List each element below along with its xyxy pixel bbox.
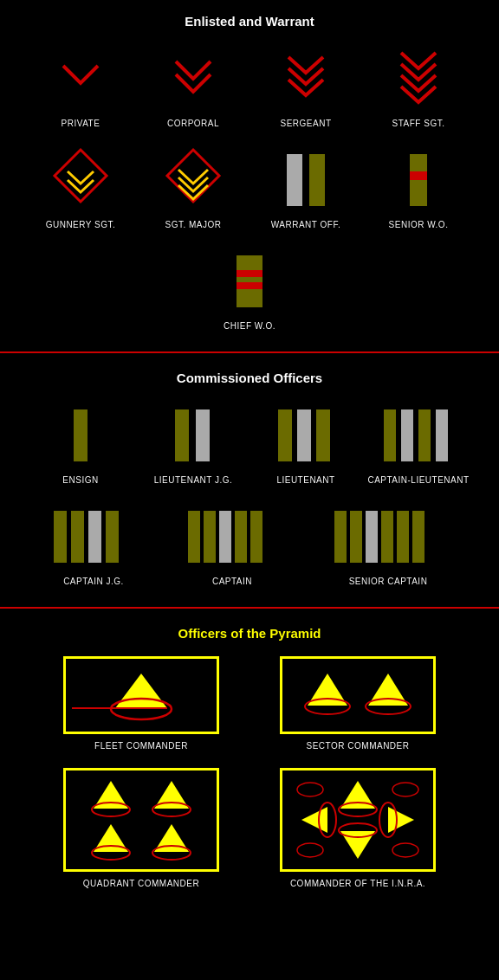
svg-rect-23 <box>188 511 200 563</box>
pyramid-label-inra: COMMANDER OF THE I.N.R.A. <box>290 879 425 888</box>
rank-label-warrant-off: WARRANT OFF. <box>271 220 340 229</box>
svg-rect-15 <box>384 409 396 461</box>
rank-sergeant: SERGEANT <box>250 44 362 128</box>
svg-rect-13 <box>297 409 311 461</box>
rank-icon-staff-sgt <box>384 44 453 113</box>
rank-label-senior-wo: SENIOR W.O. <box>389 220 449 229</box>
svg-rect-30 <box>366 511 378 563</box>
commissioned-grid: ENSIGN LIEUTENANT J.G. LIEUTENANT <box>0 401 499 595</box>
rank-icon-senior-captain <box>332 502 444 571</box>
rank-icon-ensign <box>46 401 115 470</box>
pyramid-title: Officers of the Pyramid <box>0 626 499 641</box>
pyramid-grid: FLEET COMMANDER SECTOR COMMANDER <box>0 656 499 888</box>
svg-rect-3 <box>309 154 325 206</box>
pyramid-sector-commander: SECTOR COMMANDER <box>262 656 453 751</box>
svg-marker-53 <box>301 807 327 833</box>
rank-icon-private <box>46 44 115 113</box>
rank-warrant-off: WARRANT OFF. <box>250 145 362 229</box>
rank-icon-corporal <box>159 44 228 113</box>
rank-label-sergeant: SERGEANT <box>280 119 331 128</box>
rank-label-captain: CAPTAIN <box>212 577 252 586</box>
rank-senior-wo: SENIOR W.O. <box>362 145 475 229</box>
svg-rect-7 <box>237 270 262 277</box>
svg-marker-1 <box>167 150 219 202</box>
pyramid-quadrant-commander: QUADRANT COMMANDER <box>46 768 237 888</box>
svg-rect-26 <box>235 511 247 563</box>
rank-icon-chief-wo <box>215 247 284 316</box>
rank-icon-captain-lieutenant <box>384 401 453 470</box>
svg-rect-2 <box>287 154 302 206</box>
rank-label-gunnery-sgt: GUNNERY SGT. <box>46 220 116 229</box>
rank-icon-senior-wo <box>384 145 453 215</box>
enlisted-title: Enlisted and Warrant <box>0 14 499 29</box>
svg-rect-22 <box>106 511 119 563</box>
rank-label-chief-wo: CHIEF W.O. <box>224 321 275 331</box>
svg-rect-12 <box>278 409 292 461</box>
svg-rect-19 <box>54 511 67 563</box>
rank-label-lieutenant-jg: LIEUTENANT J.G. <box>154 475 233 485</box>
rank-icon-lieutenant <box>271 401 340 470</box>
rank-ensign: ENSIGN <box>24 401 137 485</box>
divider-1 <box>0 351 499 353</box>
rank-captain: CAPTAIN <box>163 502 301 586</box>
svg-rect-32 <box>397 511 409 563</box>
svg-rect-11 <box>196 409 210 461</box>
svg-point-59 <box>297 843 323 857</box>
rank-lieutenant-jg: LIEUTENANT J.G. <box>137 401 250 485</box>
svg-marker-55 <box>388 807 414 833</box>
rank-label-private: PRIVATE <box>62 119 100 128</box>
svg-rect-24 <box>204 511 216 563</box>
rank-icon-lieutenant-jg <box>159 401 228 470</box>
pyramid-box-inra <box>280 768 436 872</box>
rank-icon-sgt-major <box>159 145 228 215</box>
commissioned-section: Commissioned Officers ENSIGN LIEUTENANT … <box>0 357 499 603</box>
rank-icon-captain <box>185 502 280 571</box>
pyramid-box-quadrant <box>63 768 219 872</box>
rank-captain-lieutenant: CAPTAIN-LIEUTENANT <box>362 401 475 485</box>
rank-private: PRIVATE <box>24 44 137 128</box>
pyramid-box-fleet <box>63 656 219 734</box>
svg-rect-31 <box>381 511 393 563</box>
rank-captain-jg: CAPTAIN J.G. <box>24 502 163 586</box>
rank-label-captain-jg: CAPTAIN J.G. <box>63 577 124 586</box>
svg-rect-16 <box>401 409 413 461</box>
pyramid-label-fleet: FLEET COMMANDER <box>94 741 188 751</box>
svg-point-60 <box>392 843 418 857</box>
svg-point-58 <box>392 783 418 796</box>
svg-rect-18 <box>436 409 448 461</box>
divider-2 <box>0 607 499 609</box>
svg-marker-34 <box>115 674 167 708</box>
svg-rect-21 <box>88 511 101 563</box>
svg-rect-28 <box>334 511 347 563</box>
svg-rect-5 <box>410 171 427 180</box>
svg-rect-27 <box>250 511 262 563</box>
svg-rect-25 <box>219 511 231 563</box>
svg-point-57 <box>297 783 323 796</box>
rank-icon-captain-jg <box>50 502 137 571</box>
svg-rect-10 <box>175 409 189 461</box>
rank-label-staff-sgt: STAFF SGT. <box>392 119 445 128</box>
rank-gunnery-sgt: GUNNERY SGT. <box>24 145 137 229</box>
enlisted-section: Enlisted and Warrant PRIVATE CORPORAL <box>0 0 499 348</box>
svg-rect-33 <box>412 511 424 563</box>
svg-rect-29 <box>350 511 362 563</box>
rank-corporal: CORPORAL <box>137 44 250 128</box>
rank-chief-wo: CHIEF W.O. <box>193 247 306 331</box>
rank-label-senior-captain: SENIOR CAPTAIN <box>349 577 428 586</box>
svg-rect-14 <box>316 409 330 461</box>
rank-icon-warrant-off <box>271 145 340 215</box>
rank-senior-captain: SENIOR CAPTAIN <box>301 502 475 586</box>
commissioned-title: Commissioned Officers <box>0 371 499 385</box>
enlisted-grid: PRIVATE CORPORAL SERGEANT <box>0 44 499 339</box>
pyramid-label-quadrant: QUADRANT COMMANDER <box>83 879 199 888</box>
rank-icon-sergeant <box>271 44 340 113</box>
svg-rect-20 <box>71 511 84 563</box>
rank-lieutenant: LIEUTENANT <box>250 401 362 485</box>
rank-label-sgt-major: SGT. MAJOR <box>165 220 221 229</box>
pyramid-inra-commander: COMMANDER OF THE I.N.R.A. <box>262 768 453 888</box>
rank-label-lieutenant: LIEUTENANT <box>276 475 334 485</box>
pyramid-box-sector <box>280 656 436 734</box>
rank-label-corporal: CORPORAL <box>167 119 219 128</box>
rank-label-ensign: ENSIGN <box>62 475 98 485</box>
pyramid-fleet-commander: FLEET COMMANDER <box>46 656 237 751</box>
